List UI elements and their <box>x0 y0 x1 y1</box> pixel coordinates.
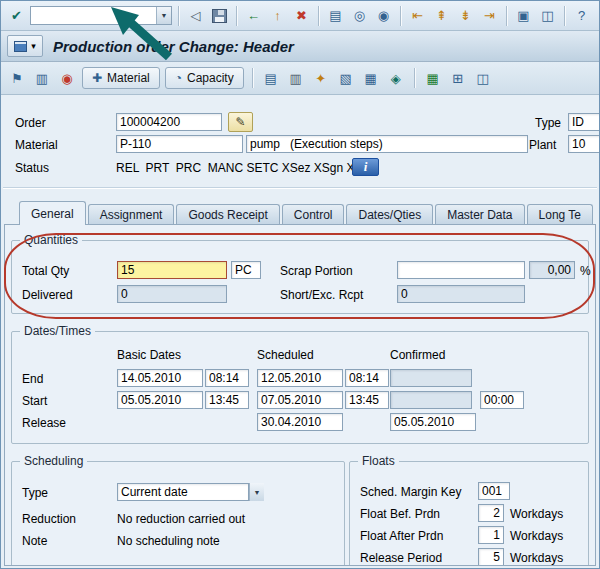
disk-label <box>215 17 224 22</box>
start-scheduled-date-input[interactable] <box>257 391 343 409</box>
type-input[interactable] <box>568 113 600 131</box>
float-before-input[interactable] <box>478 504 504 522</box>
find-next-icon[interactable]: ◉ <box>373 5 394 26</box>
sched-margin-key-input[interactable] <box>478 482 510 500</box>
tab-control[interactable]: Control <box>282 204 345 224</box>
material-input[interactable] <box>116 135 243 153</box>
command-input[interactable] <box>31 8 156 23</box>
end-basic-date-input[interactable] <box>117 369 203 387</box>
scrap-percent-input[interactable] <box>529 261 575 279</box>
tab-assignment[interactable]: Assignment <box>88 204 175 224</box>
end-scheduled-date-input[interactable] <box>257 369 343 387</box>
capacity-button-label: Capacity <box>187 71 234 85</box>
title-menu-button[interactable]: ▾ <box>7 35 43 57</box>
order-input[interactable] <box>116 113 222 131</box>
column-layout-icon[interactable]: ◫ <box>473 68 493 88</box>
scheduling-type-dropdown-icon[interactable]: ▼ <box>249 483 264 501</box>
last-page-icon[interactable]: ⇥ <box>479 5 500 26</box>
note-label: Note <box>22 534 47 548</box>
create-shortcut-icon[interactable]: ◫ <box>537 5 558 26</box>
read-pp-master-data-icon[interactable]: ▥ <box>32 68 52 88</box>
tab-dates-qties[interactable]: Dates/Qties <box>346 204 433 224</box>
end-basic-time-input[interactable] <box>205 369 249 387</box>
total-qty-label: Total Qty <box>22 264 69 278</box>
plant-label: Plant <box>529 138 556 152</box>
title-menu-dropdown-icon: ▾ <box>31 41 36 51</box>
release-period-input[interactable] <box>478 548 504 566</box>
tab-strip: General Assignment Goods Receipt Control… <box>19 201 599 224</box>
operation-overview-icon[interactable]: ▤ <box>261 68 281 88</box>
end-row-label: End <box>22 372 43 386</box>
release-scheduled-date-input[interactable] <box>257 413 343 431</box>
start-basic-date-input[interactable] <box>117 391 203 409</box>
table-view-icon[interactable]: ▦ <box>423 68 443 88</box>
scrap-portion-input[interactable] <box>397 261 525 279</box>
page-down-icon[interactable]: ⇟ <box>455 5 476 26</box>
float-after-input[interactable] <box>478 526 504 544</box>
layout-menu-icon[interactable]: ▦ <box>595 5 600 26</box>
toolbar-separator <box>318 6 319 26</box>
component-overview-icon[interactable]: ✦ <box>311 68 331 88</box>
material-button[interactable]: ✚ Material <box>82 67 160 89</box>
continue-icon[interactable]: ◁ <box>185 5 206 26</box>
capacity-button[interactable]: ◔ Capacity <box>165 67 244 89</box>
delivered-input[interactable] <box>117 285 227 303</box>
back-icon[interactable]: ← <box>243 5 264 26</box>
status-value: REL PRT PRC MANC SETC XSez XSgn XSpr <box>116 161 373 175</box>
toolbar-separator <box>178 6 179 26</box>
scheduling-type-label: Type <box>22 486 48 500</box>
cost-overview-icon[interactable]: ▦ <box>361 68 381 88</box>
tab-general[interactable]: General <box>19 201 86 225</box>
order-label: Order <box>15 116 46 130</box>
total-qty-input[interactable] <box>117 261 227 279</box>
short-exc-input[interactable] <box>397 285 525 303</box>
document-overview-icon[interactable]: ▧ <box>336 68 356 88</box>
float-after-label: Float After Prdn <box>360 529 443 543</box>
status-detail-icon[interactable]: ◈ <box>386 68 406 88</box>
detail-view-icon[interactable]: ⊞ <box>448 68 468 88</box>
release-row-label: Release <box>22 416 66 430</box>
release-order-icon[interactable]: ⚑ <box>7 68 27 88</box>
new-session-icon[interactable]: ▣ <box>513 5 534 26</box>
quantities-group: Quantities Total Qty Scrap Portion % Del… <box>11 240 589 314</box>
unit-input[interactable] <box>231 261 261 279</box>
end-scheduled-time-input[interactable] <box>345 369 389 387</box>
float-after-unit-label: Workdays <box>510 529 563 543</box>
command-field[interactable]: ▼ <box>30 6 172 25</box>
toolbar-separator <box>400 6 401 26</box>
float-before-unit-label: Workdays <box>510 507 563 521</box>
end-confirmed-date-input[interactable] <box>390 369 472 387</box>
start-confirmed-date-input[interactable] <box>390 391 472 409</box>
first-page-icon[interactable]: ⇤ <box>407 5 428 26</box>
display-change-button[interactable]: ✎ <box>228 112 253 132</box>
reduction-value: No reduction carried out <box>117 512 245 526</box>
find-icon[interactable]: ◎ <box>349 5 370 26</box>
exit-icon[interactable]: ↑ <box>267 5 288 26</box>
status-info-button[interactable]: i <box>352 158 379 176</box>
save-icon[interactable] <box>209 5 230 26</box>
toolbar-separator <box>564 6 565 26</box>
command-dropdown-icon[interactable]: ▼ <box>156 7 171 24</box>
print-order-icon[interactable]: ▥ <box>286 68 306 88</box>
scheduling-type-combo[interactable]: Current date ▼ <box>117 483 264 501</box>
plant-input[interactable] <box>568 135 600 153</box>
start-basic-time-input[interactable] <box>205 391 249 409</box>
start-scheduled-time-input[interactable] <box>345 391 389 409</box>
status-label: Status <box>15 161 49 175</box>
note-value: No scheduling note <box>117 534 220 548</box>
help-icon[interactable]: ? <box>571 5 592 26</box>
availability-check-icon[interactable]: ◉ <box>57 68 77 88</box>
floats-group-title: Floats <box>358 454 399 468</box>
enter-icon[interactable]: ✔ <box>6 5 27 26</box>
print-icon[interactable]: ▤ <box>325 5 346 26</box>
material-label: Material <box>15 138 58 152</box>
page-up-icon[interactable]: ⇞ <box>431 5 452 26</box>
toolbar-separator <box>414 68 415 88</box>
cancel-icon[interactable]: ✖ <box>291 5 312 26</box>
tab-master-data[interactable]: Master Data <box>435 204 524 224</box>
tab-goods-receipt[interactable]: Goods Receipt <box>176 204 279 224</box>
release-confirmed-date-input[interactable] <box>390 413 476 431</box>
start-confirmed-time-input[interactable] <box>480 391 524 409</box>
tab-long-text[interactable]: Long Te <box>527 204 594 224</box>
material-description-input[interactable] <box>246 135 528 153</box>
